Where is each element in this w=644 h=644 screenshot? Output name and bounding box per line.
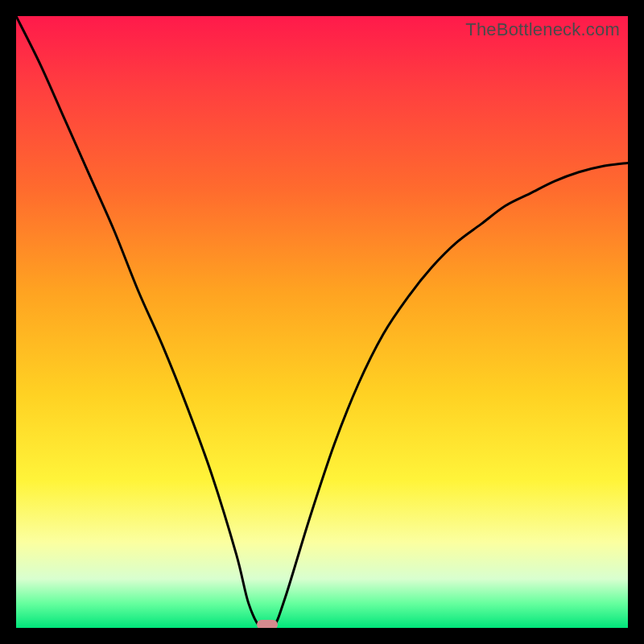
- watermark-text: TheBottleneck.com: [465, 19, 620, 40]
- bottleneck-curve-path: [16, 16, 628, 628]
- plot-area: TheBottleneck.com: [16, 16, 628, 628]
- min-point-marker: [257, 620, 278, 628]
- curve-layer: [16, 16, 628, 628]
- chart-frame: TheBottleneck.com: [0, 0, 644, 644]
